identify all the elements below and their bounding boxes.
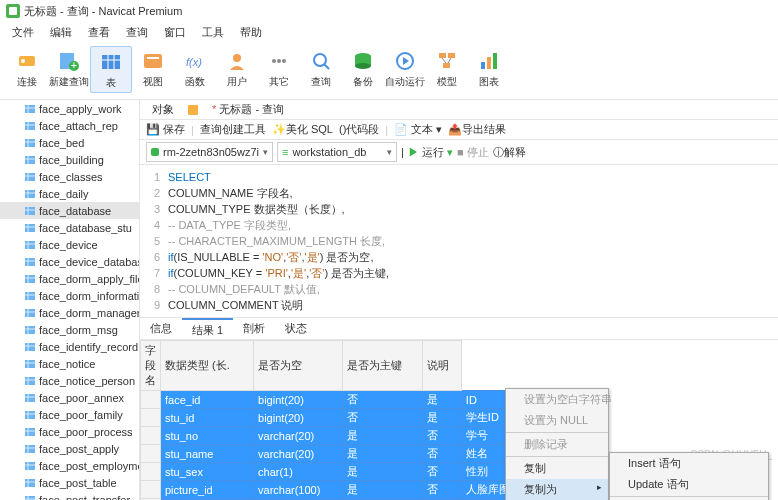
svg-rect-26 (448, 53, 455, 58)
context-submenu[interactable]: Insert 语句 Update 语句 制表符分隔值 (数据) 制表符分隔值 (… (609, 452, 769, 500)
tab-info[interactable]: 信息 (140, 318, 182, 339)
tree-item[interactable]: face_dorm_manager (0, 304, 139, 321)
svg-line-29 (448, 58, 451, 63)
beautify-button[interactable]: ✨美化 SQL (272, 122, 333, 137)
svg-point-17 (282, 59, 286, 63)
toolbar-autorun[interactable]: 自动运行 (384, 46, 426, 93)
toolbar-backup[interactable]: 备份 (342, 46, 384, 93)
svg-line-19 (324, 64, 329, 69)
charts-icon (476, 48, 502, 74)
toolbar-charts[interactable]: 图表 (468, 46, 510, 93)
tab-objects[interactable]: 对象 (144, 100, 182, 119)
menu-view[interactable]: 查看 (82, 24, 116, 40)
menu-help[interactable]: 帮助 (234, 24, 268, 40)
svg-rect-87 (25, 411, 35, 419)
table-icon (24, 239, 36, 251)
tab-profile[interactable]: 剖析 (233, 318, 275, 339)
tree-item[interactable]: face_post_employmen (0, 457, 139, 474)
save-button[interactable]: 💾 保存 (146, 122, 185, 137)
mi-insert[interactable]: Insert 语句 (610, 453, 768, 474)
svg-line-28 (442, 58, 446, 63)
tree-item[interactable]: face_dorm_msg (0, 321, 139, 338)
tab-query[interactable]: * 无标题 - 查询 (204, 100, 292, 119)
column-header[interactable]: 数据类型 (长. (161, 341, 254, 391)
svg-rect-133 (188, 105, 198, 115)
tree-item[interactable]: face_bed (0, 134, 139, 151)
table-icon (24, 409, 36, 421)
mi-copy[interactable]: 复制 (506, 458, 608, 479)
toolbar-table[interactable]: 表 (90, 46, 132, 93)
tree-item[interactable]: face_poor_annex (0, 389, 139, 406)
text-button[interactable]: 📄 文本 ▾ (394, 122, 442, 137)
svg-rect-31 (487, 57, 491, 69)
toolbar-other[interactable]: 其它 (258, 46, 300, 93)
toolbar-newquery[interactable]: +新建查询 (48, 46, 90, 93)
server-dropdown[interactable]: rm-2zetn83n05wz7i▾ (146, 142, 273, 162)
toolbar-user[interactable]: 用户 (216, 46, 258, 93)
context-menu[interactable]: 设置为空白字符串 设置为 NULL 删除记录 复制 复制为 粘贴 显示 (505, 388, 609, 500)
object-tree[interactable]: face_apply_workface_attach_repface_bedfa… (0, 100, 140, 500)
tree-item[interactable]: face_notice_person (0, 372, 139, 389)
svg-rect-25 (439, 53, 446, 58)
tree-item[interactable]: face_identify_record (0, 338, 139, 355)
svg-rect-11 (144, 54, 162, 68)
tree-item[interactable]: face_poor_family (0, 406, 139, 423)
tree-item[interactable]: face_dorm_informatior (0, 287, 139, 304)
toolbar-query[interactable]: 查询 (300, 46, 342, 93)
sql-editor[interactable]: 1SELECT2 COLUMN_NAME 字段名,3 COLUMN_TYPE 数… (140, 165, 778, 318)
svg-rect-75 (25, 343, 35, 351)
menu-edit[interactable]: 编辑 (44, 24, 78, 40)
tree-item[interactable]: face_building (0, 151, 139, 168)
tree-item[interactable]: face_poor_process (0, 423, 139, 440)
tree-item[interactable]: face_apply_work (0, 100, 139, 117)
svg-rect-33 (25, 105, 35, 113)
export-button[interactable]: 📤导出结果 (448, 122, 506, 137)
tree-item[interactable]: face_classes (0, 168, 139, 185)
builder-button[interactable]: 查询创建工具 (200, 122, 266, 137)
mi-copy-as[interactable]: 复制为 (506, 479, 608, 500)
tree-item[interactable]: face_database (0, 202, 139, 219)
tab-result1[interactable]: 结果 1 (182, 318, 233, 339)
menu-window[interactable]: 窗口 (158, 24, 192, 40)
tree-item[interactable]: face_notice (0, 355, 139, 372)
tree-item[interactable]: face_database_stu (0, 219, 139, 236)
mi-update[interactable]: Update 语句 (610, 474, 768, 495)
table-icon (24, 477, 36, 489)
column-header[interactable]: 字段名 (141, 341, 161, 391)
other-icon (266, 48, 292, 74)
tree-item[interactable]: face_dorm_apply_file (0, 270, 139, 287)
tree-item[interactable]: face_attach_rep (0, 117, 139, 134)
toolbar-function[interactable]: f(x)函数 (174, 46, 216, 93)
tree-item[interactable]: face_device (0, 236, 139, 253)
table-icon (24, 494, 36, 501)
column-header[interactable]: 是否为空 (254, 341, 343, 391)
mi-set-null[interactable]: 设置为 NULL (506, 410, 608, 431)
db-dropdown[interactable]: ≡workstation_db▾ (277, 142, 397, 162)
menu-file[interactable]: 文件 (6, 24, 40, 40)
mi-set-blank[interactable]: 设置为空白字符串 (506, 389, 608, 410)
toolbar-connect[interactable]: 连接 (6, 46, 48, 93)
tab-status[interactable]: 状态 (275, 318, 317, 339)
tree-item[interactable]: face_post_table (0, 474, 139, 491)
tree-item[interactable]: face_post_transfer (0, 491, 139, 500)
snippet-button[interactable]: ()代码段 (339, 122, 379, 137)
app-icon (6, 4, 20, 18)
tree-item[interactable]: face_daily (0, 185, 139, 202)
svg-rect-102 (25, 496, 35, 501)
run-button[interactable]: ▶ 运行 ▾ (408, 145, 453, 160)
window-title: 无标题 - 查询 - Navicat Premium (24, 4, 182, 19)
toolbar-model[interactable]: 模型 (426, 46, 468, 93)
menu-query[interactable]: 查询 (120, 24, 154, 40)
menu-tools[interactable]: 工具 (196, 24, 230, 40)
column-header[interactable]: 说明 (423, 341, 462, 391)
mi-delete[interactable]: 删除记录 (506, 434, 608, 455)
tree-item[interactable]: face_device_database (0, 253, 139, 270)
svg-rect-36 (25, 122, 35, 130)
svg-rect-81 (25, 377, 35, 385)
table-icon (24, 256, 36, 268)
column-header[interactable]: 是否为主键 (343, 341, 423, 391)
explain-button[interactable]: ⓘ解释 (493, 145, 526, 160)
toolbar-view[interactable]: 视图 (132, 46, 174, 93)
tree-item[interactable]: face_post_apply (0, 440, 139, 457)
table-icon (24, 103, 36, 115)
